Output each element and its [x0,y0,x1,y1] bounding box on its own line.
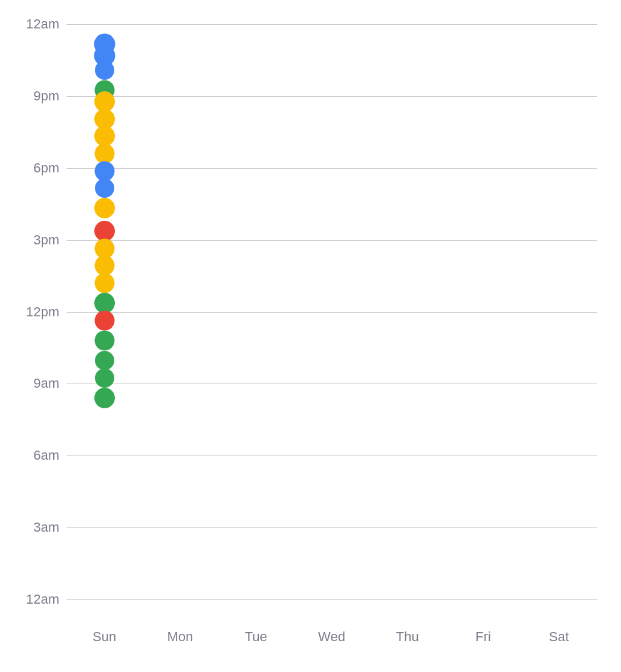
data-dot [94,198,115,218]
x-axis-label: Sat [521,629,597,645]
x-axis-label: Tue [218,629,294,645]
data-dot [95,368,114,388]
x-axis-label: Thu [369,629,445,645]
x-axis-label: Fri [445,629,521,645]
data-dot [94,310,114,330]
data-dot [95,60,114,80]
y-axis-label: 3am [33,520,59,535]
dots-layer [67,24,597,599]
data-dot [94,331,114,351]
chart-area: 12am3am6am9am12pm3pm6pm9pm12am SunMonTue… [67,24,597,599]
y-axis-label: 9pm [33,88,59,104]
x-labels: SunMonTueWedThuFriSat [67,629,597,645]
y-axis-label: 12pm [26,304,59,320]
y-axis-label: 12am [26,16,59,32]
y-axis-label: 6pm [33,160,59,176]
y-axis-label: 9am [33,376,59,391]
data-dot [94,273,114,293]
data-dot [95,178,114,198]
chart-container: 12am3am6am9am12pm3pm6pm9pm12am SunMonTue… [0,0,621,672]
grid-line [67,599,597,600]
x-axis-label: Wed [294,629,369,645]
y-axis-label: 12am [26,592,59,607]
x-axis-label: Sun [67,629,142,645]
y-axis-label: 6am [33,448,59,463]
data-dot [94,388,115,408]
y-axis-label: 3pm [33,232,59,248]
x-axis-label: Mon [142,629,218,645]
data-dot [95,351,114,370]
